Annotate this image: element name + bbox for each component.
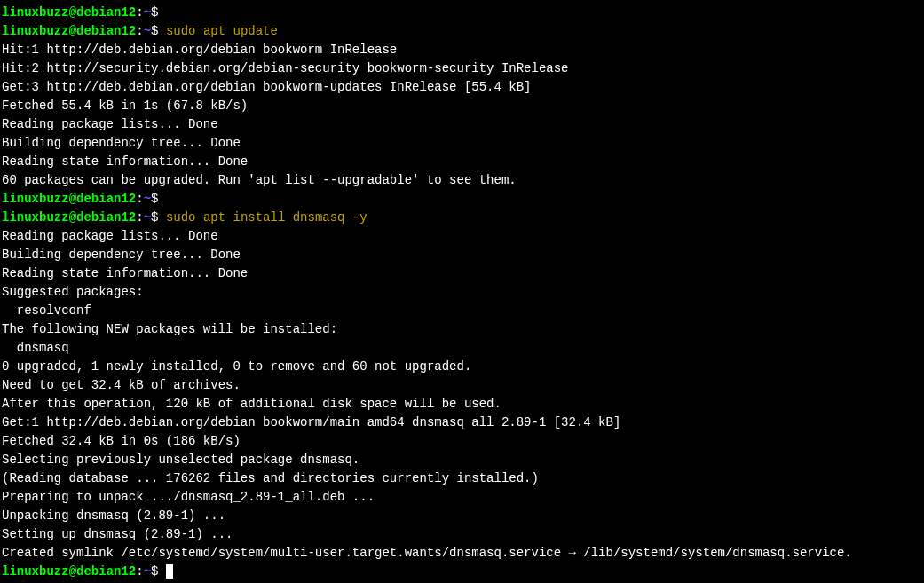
output-line: dnsmasq	[2, 339, 922, 358]
terminal[interactable]: linuxbuzz@debian12:~$ linuxbuzz@debian12…	[2, 4, 922, 581]
prompt-dollar: $	[151, 210, 158, 225]
output-line: Selecting previously unselected package …	[2, 451, 922, 469]
output-line: 60 packages can be upgraded. Run 'apt li…	[2, 171, 922, 190]
prompt-line: linuxbuzz@debian12:~$ sudo apt update	[2, 22, 922, 41]
output-line: Reading package lists... Done	[2, 227, 922, 246]
output-line: Fetched 55.4 kB in 1s (67.8 kB/s)	[2, 97, 922, 115]
prompt-path: ~	[144, 192, 151, 206]
prompt-user: linuxbuzz	[2, 564, 69, 579]
prompt-path: ~	[144, 564, 151, 579]
output-line: resolvconf	[2, 302, 922, 320]
prompt-at: @	[69, 5, 76, 20]
prompt-host: debian12	[76, 192, 136, 206]
output-line: 0 upgraded, 1 newly installed, 0 to remo…	[2, 358, 922, 376]
prompt-colon: :	[136, 5, 143, 20]
output-line: Need to get 32.4 kB of archives.	[2, 376, 922, 395]
prompt-at: @	[69, 564, 76, 579]
prompt-user: linuxbuzz	[2, 24, 69, 38]
prompt-line: linuxbuzz@debian12:~$ sudo apt install d…	[2, 209, 922, 227]
command-input: sudo apt install dnsmasq -y	[166, 210, 367, 225]
prompt-dollar: $	[151, 24, 158, 38]
output-line: Preparing to unpack .../dnsmasq_2.89-1_a…	[2, 488, 922, 507]
prompt-path: ~	[144, 24, 151, 38]
output-line: Reading state information... Done	[2, 264, 922, 283]
output-line: Hit:1 http://deb.debian.org/debian bookw…	[2, 41, 922, 59]
prompt-host: debian12	[76, 564, 136, 579]
output-line: Unpacking dnsmasq (2.89-1) ...	[2, 507, 922, 525]
prompt-host: debian12	[76, 210, 136, 225]
command-input: sudo apt update	[166, 24, 278, 38]
prompt-at: @	[69, 210, 76, 225]
output-line: Fetched 32.4 kB in 0s (186 kB/s)	[2, 432, 922, 451]
prompt-host: debian12	[76, 24, 136, 38]
prompt-at: @	[69, 192, 76, 206]
prompt-colon: :	[136, 192, 143, 206]
output-line: Created symlink /etc/systemd/system/mult…	[2, 544, 922, 563]
cursor-icon	[166, 564, 173, 579]
prompt-colon: :	[136, 210, 143, 225]
output-line: Building dependency tree... Done	[2, 246, 922, 264]
prompt-dollar: $	[151, 5, 158, 20]
prompt-colon: :	[136, 564, 143, 579]
prompt-line: linuxbuzz@debian12:~$	[2, 4, 922, 22]
prompt-line: linuxbuzz@debian12:~$	[2, 190, 922, 209]
output-line: Get:1 http://deb.debian.org/debian bookw…	[2, 414, 922, 432]
output-line: Suggested packages:	[2, 283, 922, 302]
output-line: Reading state information... Done	[2, 153, 922, 171]
output-line: Reading package lists... Done	[2, 115, 922, 134]
prompt-host: debian12	[76, 5, 136, 20]
output-line: After this operation, 120 kB of addition…	[2, 395, 922, 414]
prompt-path: ~	[144, 5, 151, 20]
output-line: (Reading database ... 176262 files and d…	[2, 469, 922, 488]
prompt-path: ~	[144, 210, 151, 225]
prompt-user: linuxbuzz	[2, 5, 69, 20]
prompt-line-active[interactable]: linuxbuzz@debian12:~$	[2, 563, 922, 581]
prompt-colon: :	[136, 24, 143, 38]
prompt-user: linuxbuzz	[2, 192, 69, 206]
output-line: Hit:2 http://security.debian.org/debian-…	[2, 59, 922, 78]
prompt-dollar: $	[151, 564, 158, 579]
prompt-user: linuxbuzz	[2, 210, 69, 225]
prompt-at: @	[69, 24, 76, 38]
output-line: The following NEW packages will be insta…	[2, 320, 922, 339]
prompt-dollar: $	[151, 192, 158, 206]
output-line: Get:3 http://deb.debian.org/debian bookw…	[2, 78, 922, 97]
output-line: Building dependency tree... Done	[2, 134, 922, 153]
output-line: Setting up dnsmasq (2.89-1) ...	[2, 525, 922, 544]
